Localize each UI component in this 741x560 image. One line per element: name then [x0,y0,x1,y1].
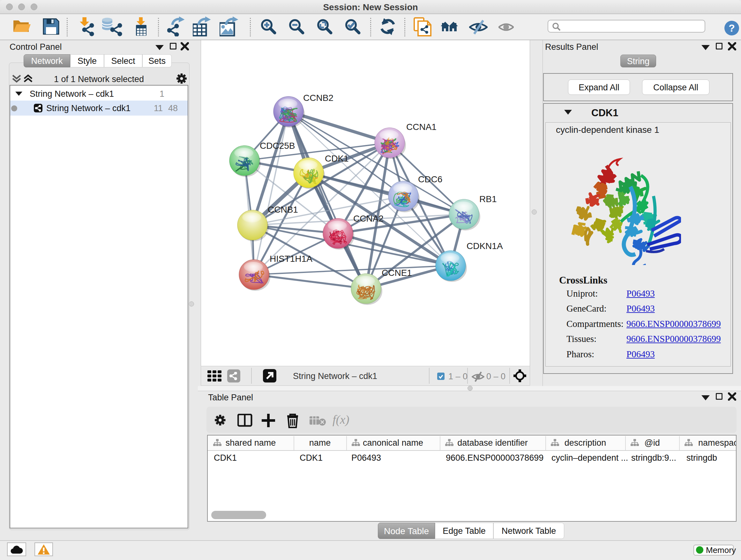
svg-text:CCNA2: CCNA2 [353,213,384,224]
svg-text:CDKN1A: CDKN1A [467,241,503,251]
svg-text:CDK1: CDK1 [325,153,349,164]
svg-text:CCNB1: CCNB1 [268,205,298,214]
svg-text:CCNE1: CCNE1 [382,268,412,278]
svg-text:CCNA1: CCNA1 [406,122,436,132]
svg-text:CDC6: CDC6 [418,174,442,184]
svg-text:CCNB2: CCNB2 [303,93,333,103]
svg-text:CDC25B: CDC25B [260,141,295,151]
svg-text:RB1: RB1 [479,194,496,204]
svg-text:HIST1H1A: HIST1H1A [270,254,313,264]
